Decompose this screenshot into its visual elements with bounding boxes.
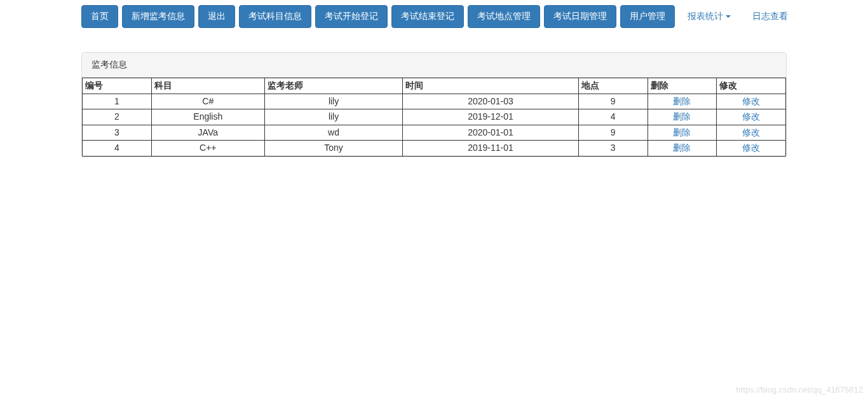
- cell-delete: 删除: [648, 141, 717, 157]
- nav-start-register[interactable]: 考试开始登记: [315, 5, 388, 28]
- cell-subject: English: [151, 109, 264, 125]
- nav-location-manage[interactable]: 考试地点管理: [468, 5, 540, 28]
- nav-report-stats[interactable]: 报表统计: [679, 6, 740, 27]
- cell-subject: JAVa: [151, 125, 264, 141]
- cell-modify: 修改: [717, 109, 786, 125]
- cell-id: 1: [83, 94, 152, 109]
- cell-teacher: Tony: [264, 141, 402, 157]
- nav-user-manage[interactable]: 用户管理: [620, 5, 675, 28]
- modify-link[interactable]: 修改: [742, 127, 760, 137]
- cell-teacher: lily: [264, 109, 402, 125]
- modify-link[interactable]: 修改: [742, 96, 760, 106]
- delete-link[interactable]: 删除: [673, 96, 691, 106]
- cell-location: 3: [578, 141, 648, 157]
- chevron-down-icon: [726, 15, 731, 18]
- top-nav: 首页新增监考信息退出考试科目信息考试开始登记考试结束登记考试地点管理考试日期管理…: [81, 0, 787, 33]
- cell-time: 2020-01-03: [403, 94, 579, 109]
- cell-teacher: wd: [264, 125, 402, 141]
- table-row: 1C#lily2020-01-039删除修改: [83, 94, 786, 109]
- cell-delete: 删除: [648, 94, 717, 109]
- col-delete: 删除: [648, 78, 717, 94]
- nav-logout[interactable]: 退出: [198, 5, 235, 28]
- cell-time: 2019-12-01: [403, 109, 579, 125]
- cell-modify: 修改: [717, 94, 786, 109]
- cell-modify: 修改: [717, 125, 786, 141]
- cell-subject: C#: [151, 94, 264, 109]
- col-subject: 科目: [151, 78, 264, 94]
- modify-link[interactable]: 修改: [742, 143, 760, 153]
- col-modify: 修改: [717, 78, 786, 94]
- table-row: 3JAVawd2020-01-019删除修改: [83, 125, 786, 141]
- cell-location: 4: [578, 109, 648, 125]
- nav-subject-info[interactable]: 考试科目信息: [239, 5, 311, 28]
- cell-time: 2020-01-01: [403, 125, 579, 141]
- cell-delete: 删除: [648, 109, 717, 125]
- modify-link[interactable]: 修改: [742, 111, 760, 122]
- cell-time: 2019-11-01: [403, 141, 579, 157]
- col-teacher: 监考老师: [264, 78, 402, 94]
- invigilation-panel: 监考信息 编号 科目 监考老师 时间 地点 删除 修改 1C#lily2020-…: [81, 52, 787, 157]
- cell-delete: 删除: [648, 125, 717, 141]
- col-location: 地点: [578, 78, 648, 94]
- cell-teacher: lily: [264, 94, 402, 109]
- cell-location: 9: [578, 125, 648, 141]
- nav-end-register[interactable]: 考试结束登记: [391, 5, 464, 28]
- cell-id: 4: [83, 141, 152, 157]
- table-row: 2Englishlily2019-12-014删除修改: [83, 109, 786, 125]
- invigilation-table: 编号 科目 监考老师 时间 地点 删除 修改 1C#lily2020-01-03…: [82, 78, 786, 157]
- delete-link[interactable]: 删除: [673, 127, 691, 137]
- cell-id: 3: [83, 125, 152, 141]
- delete-link[interactable]: 删除: [673, 111, 691, 122]
- cell-location: 9: [578, 94, 648, 109]
- cell-id: 2: [83, 109, 152, 125]
- nav-add-invigilation[interactable]: 新增监考信息: [122, 5, 194, 28]
- table-row: 4C++Tony2019-11-013删除修改: [83, 141, 786, 157]
- col-time: 时间: [403, 78, 579, 94]
- nav-date-manage[interactable]: 考试日期管理: [544, 5, 616, 28]
- cell-modify: 修改: [717, 141, 786, 157]
- nav-log-view[interactable]: 日志查看: [743, 6, 797, 27]
- col-id: 编号: [83, 78, 152, 94]
- delete-link[interactable]: 删除: [673, 143, 691, 153]
- cell-subject: C++: [151, 141, 264, 157]
- table-header-row: 编号 科目 监考老师 时间 地点 删除 修改: [83, 78, 786, 94]
- panel-title: 监考信息: [82, 53, 786, 78]
- nav-home[interactable]: 首页: [81, 5, 118, 28]
